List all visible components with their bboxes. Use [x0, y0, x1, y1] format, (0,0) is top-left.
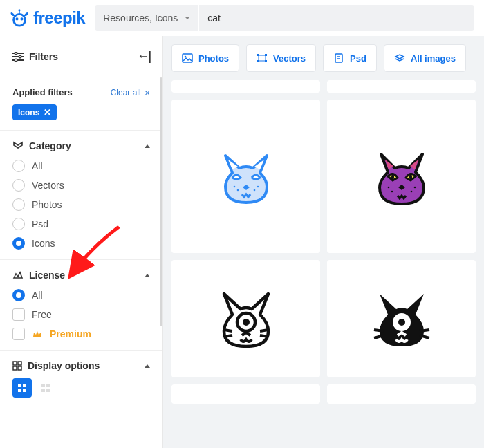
result-tile[interactable]: [171, 100, 320, 253]
license-header[interactable]: License: [12, 270, 150, 281]
license-icon: [12, 270, 24, 280]
category-option-psd[interactable]: Psd: [12, 218, 150, 230]
svg-rect-14: [18, 389, 21, 392]
result-tile[interactable]: [327, 80, 476, 93]
applied-filters-title: Applied filters: [12, 87, 73, 97]
svg-point-36: [410, 191, 412, 193]
svg-rect-18: [41, 389, 45, 392]
svg-rect-9: [18, 362, 21, 365]
svg-point-28: [236, 189, 239, 192]
svg-point-40: [398, 319, 405, 326]
svg-point-35: [413, 187, 416, 189]
search-input[interactable]: [199, 5, 474, 31]
cat-icon-blue: [212, 142, 281, 211]
svg-rect-12: [18, 384, 21, 387]
crown-icon: [32, 329, 43, 339]
close-icon: ✕: [44, 107, 51, 118]
filters-icon: [12, 52, 24, 62]
cat-cyclops-outline-icon: [212, 284, 281, 353]
filter-pill-vectors[interactable]: Vectors: [246, 44, 316, 72]
svg-rect-11: [18, 366, 21, 370]
resource-selector[interactable]: Resources, Icons: [95, 5, 198, 31]
result-tile[interactable]: [171, 384, 320, 404]
svg-point-32: [409, 174, 412, 180]
svg-rect-26: [335, 54, 342, 62]
svg-rect-19: [46, 389, 50, 392]
resource-selector-label: Resources, Icons: [103, 12, 178, 24]
display-list-button[interactable]: [36, 378, 55, 398]
chevron-up-icon: [145, 144, 150, 148]
svg-point-33: [387, 187, 389, 189]
display-options-header[interactable]: Display options: [12, 360, 150, 371]
category-icon: [12, 141, 24, 151]
category-option-vectors[interactable]: Vectors: [12, 179, 150, 192]
svg-point-0: [14, 14, 26, 26]
vectors-icon: [257, 53, 268, 63]
license-option-premium[interactable]: Premium: [12, 328, 150, 340]
display-grid-button[interactable]: [12, 378, 32, 398]
logo-icon: [10, 8, 29, 28]
svg-point-6: [19, 55, 21, 58]
svg-rect-20: [183, 54, 192, 62]
svg-rect-15: [23, 389, 26, 392]
svg-point-2: [20, 17, 23, 20]
chevron-down-icon: [185, 17, 190, 19]
filter-pill-all-images[interactable]: All images: [384, 44, 466, 72]
result-tile[interactable]: [171, 80, 320, 93]
svg-rect-10: [13, 366, 17, 370]
chevron-up-icon: [145, 274, 150, 277]
category-option-icons[interactable]: Icons: [12, 237, 150, 250]
clear-all-link[interactable]: Clear all ✕: [111, 88, 150, 97]
svg-point-29: [257, 186, 259, 188]
psd-icon: [333, 53, 344, 63]
license-option-all[interactable]: All: [12, 289, 150, 301]
category-option-photos[interactable]: Photos: [12, 198, 150, 211]
cat-icon-purple: [367, 142, 436, 211]
logo-text: freepik: [33, 8, 85, 28]
collapse-sidebar-icon[interactable]: ←|: [137, 49, 150, 64]
svg-point-21: [185, 56, 187, 58]
svg-point-31: [391, 174, 394, 180]
svg-rect-13: [23, 384, 26, 387]
filter-pill-photos[interactable]: Photos: [171, 44, 239, 72]
svg-rect-16: [41, 384, 45, 387]
result-tile[interactable]: [327, 100, 476, 253]
result-tile[interactable]: [327, 384, 476, 404]
filter-pill-psd[interactable]: Psd: [323, 44, 377, 72]
svg-point-38: [243, 319, 250, 326]
svg-point-30: [253, 189, 255, 192]
svg-point-7: [15, 59, 17, 62]
result-tile[interactable]: [327, 260, 476, 377]
license-option-free[interactable]: Free: [12, 308, 150, 321]
result-tile[interactable]: [171, 260, 320, 377]
filters-title: Filters: [29, 51, 58, 62]
category-header[interactable]: Category: [12, 140, 150, 151]
filter-chip-icons[interactable]: Icons✕: [12, 104, 57, 120]
photo-icon: [182, 53, 193, 63]
chevron-up-icon: [145, 364, 150, 368]
svg-point-5: [15, 52, 17, 55]
svg-rect-8: [13, 362, 17, 365]
cat-cyclops-solid-icon: [367, 284, 436, 353]
grid-icon: [12, 361, 22, 371]
svg-rect-4: [19, 11, 19, 15]
logo[interactable]: freepik: [10, 8, 85, 28]
svg-point-27: [233, 186, 235, 188]
svg-rect-17: [46, 384, 50, 387]
svg-point-1: [15, 17, 18, 20]
svg-point-34: [391, 191, 393, 193]
all-images-icon: [394, 53, 405, 63]
category-option-all[interactable]: All: [12, 160, 150, 172]
